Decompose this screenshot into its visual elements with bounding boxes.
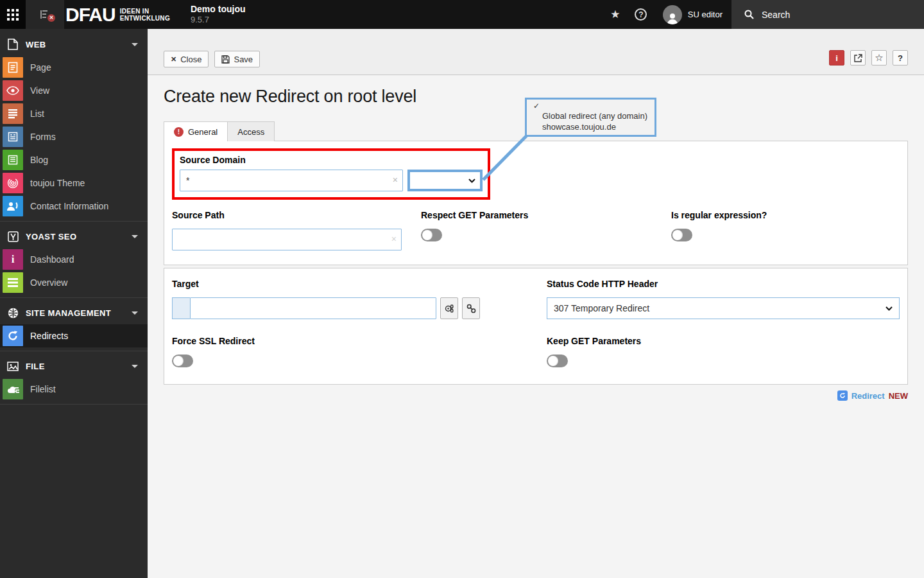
topbar-search[interactable] (732, 0, 924, 29)
sidebar-item-page[interactable]: Page (0, 56, 148, 79)
sidebar-section-label: SITE MANAGEMENT (26, 308, 111, 318)
dropdown-option-global-redirect[interactable]: Global redirect (any domain) (542, 110, 649, 121)
forms-icon (3, 127, 23, 147)
sidebar-item-label: Forms (30, 132, 56, 142)
close-button[interactable]: ✕ Close (164, 51, 209, 67)
force-ssl-redirect-label: Force SSL Redirect (172, 336, 547, 347)
help-menu-button[interactable]: ? (628, 0, 654, 29)
link-icon (466, 304, 476, 313)
typo3-version: 9.5.7 (191, 15, 246, 25)
source-domain-select[interactable] (407, 170, 483, 191)
sidebar-item-redirects[interactable]: Redirects (0, 324, 148, 347)
sidebar-header-yoast-seo[interactable]: YOAST SEO (0, 225, 148, 248)
selected-check-icon: ✓ (533, 102, 649, 110)
info-icon: i (835, 53, 838, 63)
sidebar-item-label: Filelist (30, 384, 56, 394)
clear-icon[interactable]: × (393, 175, 398, 186)
sidebar-item-label: Contact Information (30, 201, 108, 211)
chevron-down-icon (132, 365, 138, 368)
source-domain-input[interactable] (180, 170, 403, 191)
brand-logo[interactable]: DFAU IDEEN IN ENTWICKLUNG (64, 0, 170, 29)
globe-icon (0, 308, 26, 319)
keep-get-parameters-label: Keep GET Parameters (547, 336, 900, 347)
source-path-input[interactable] (172, 229, 402, 250)
panel-target: Target (164, 268, 908, 385)
target-input[interactable] (190, 297, 436, 319)
dropdown-option-showcase-domain[interactable]: showcase.toujou.de (542, 121, 649, 132)
is-regular-expression-toggle[interactable] (671, 229, 692, 241)
toggle-knob (173, 356, 184, 366)
sidebar-item-label: Dashboard (30, 254, 74, 265)
status-code-select[interactable]: 307 Temporary Redirect (547, 297, 900, 319)
modules-menu-button[interactable] (0, 0, 26, 29)
help-icon: ? (635, 8, 647, 21)
sidebar-item-contact-information[interactable]: Contact Information (0, 195, 148, 218)
topbar: ✕ DFAU IDEEN IN ENTWICKLUNG Demo toujou … (0, 0, 924, 29)
site-name: Demo toujou (191, 4, 246, 15)
logo-claim: IDEEN IN ENTWICKLUNG (120, 8, 170, 22)
save-button[interactable]: Save (214, 51, 260, 67)
target-label: Target (172, 279, 547, 290)
sidebar-item-label: View (30, 85, 49, 96)
sidebar-item-label: Overview (30, 277, 67, 288)
sidebar-section-label: FILE (26, 362, 45, 371)
doc-header: ✕ Close Save i (148, 29, 924, 75)
logo-claim-line1: IDEEN IN (120, 8, 150, 15)
sidebar-header-site-management[interactable]: SITE MANAGEMENT (0, 301, 148, 324)
chevron-down-icon (132, 235, 138, 238)
status-code-label: Status Code HTTP Header (547, 279, 900, 290)
user-menu-button[interactable]: SU editor (654, 0, 732, 29)
sidebar-item-toujou-theme[interactable]: toujou Theme (0, 171, 148, 195)
toggle-knob (672, 230, 683, 240)
status-code-value: 307 Temporary Redirect (554, 303, 649, 313)
search-input[interactable] (762, 10, 890, 20)
tab-general[interactable]: ! General (164, 121, 228, 141)
link-browser-button[interactable] (462, 297, 480, 319)
error-icon: ! (174, 127, 184, 137)
sidebar-item-forms[interactable]: Forms (0, 125, 148, 148)
bookmark-button[interactable]: ★ (603, 0, 628, 29)
record-form: ! General Access Source Domain × (164, 121, 908, 401)
toggle-knob (548, 356, 558, 366)
sidebar-item-dashboard[interactable]: i Dashboard (0, 248, 148, 271)
sidebar-section-label: YOAST SEO (26, 232, 76, 241)
red-highlight-box: Source Domain × (172, 148, 490, 200)
open-in-new-window-button[interactable] (850, 50, 866, 66)
context-help-button[interactable]: ? (893, 50, 908, 66)
yoast-icon (0, 231, 26, 242)
sidebar-header-file[interactable]: FILE (0, 355, 148, 378)
browse-records-button[interactable] (440, 297, 458, 319)
force-ssl-redirect-toggle[interactable] (172, 355, 193, 367)
search-icon (744, 10, 754, 19)
sidebar-item-list[interactable]: List (0, 102, 148, 125)
module-sidebar: WEB Page View (0, 29, 148, 578)
logo-claim-line2: ENTWICKLUNG (120, 15, 170, 22)
star-icon: ★ (610, 8, 620, 21)
is-regular-expression-label: Is regular expression? (671, 210, 900, 221)
sidebar-item-overview[interactable]: Overview (0, 271, 148, 294)
sidebar-item-label: toujou Theme (30, 178, 85, 188)
pagetree-toggle-button[interactable]: ✕ (26, 0, 64, 29)
question-icon: ? (898, 53, 903, 63)
document-icon (0, 39, 26, 50)
tab-general-label: General (188, 127, 218, 137)
sidebar-item-blog[interactable]: Blog (0, 148, 148, 171)
bookmark-record-button[interactable]: ☆ (871, 50, 887, 66)
record-info-button[interactable]: i (829, 50, 844, 66)
sidebar-header-web[interactable]: WEB (0, 33, 148, 56)
sidebar-section-label: WEB (26, 40, 46, 49)
clear-icon[interactable]: × (391, 234, 397, 245)
filelist-icon (3, 379, 23, 399)
save-button-label: Save (234, 55, 253, 64)
dropdown-options-callout: ✓ Global redirect (any domain) showcase.… (525, 98, 656, 137)
respect-get-parameters-toggle[interactable] (421, 229, 442, 241)
keep-get-parameters-toggle[interactable] (547, 355, 568, 367)
source-domain-label: Source Domain (180, 155, 483, 166)
source-path-label: Source Path (172, 210, 421, 221)
pagetree-hidden-badge-icon: ✕ (47, 14, 55, 22)
sidebar-item-filelist[interactable]: Filelist (0, 378, 148, 401)
record-browser-icon (445, 304, 454, 313)
sidebar-item-view[interactable]: View (0, 79, 148, 102)
image-icon (0, 362, 26, 371)
tab-access[interactable]: Access (228, 121, 275, 141)
